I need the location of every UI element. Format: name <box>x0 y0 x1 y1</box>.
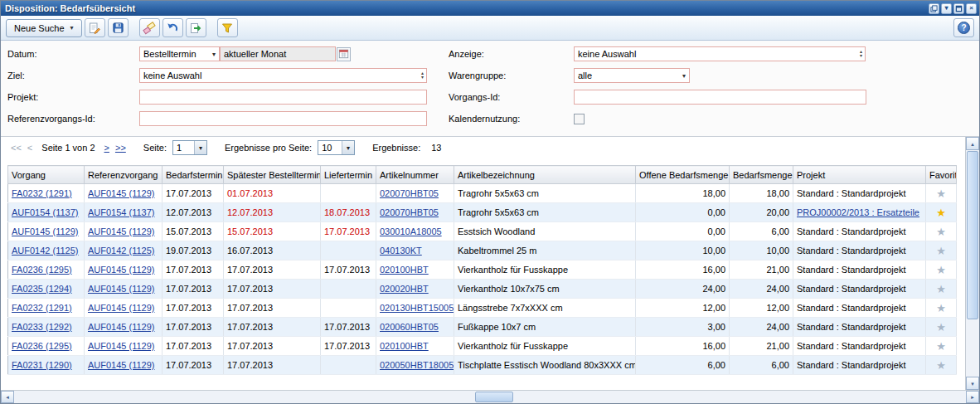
column-header-spaetester-bestelltermin[interactable]: Spätester Bestelltermin <box>224 166 321 184</box>
vertical-scrollbar[interactable]: ▴ ▾ <box>965 137 979 390</box>
undo-button[interactable] <box>163 18 183 37</box>
horizontal-scroll-thumb[interactable] <box>475 392 513 402</box>
column-header-favorit[interactable]: Favorit <box>926 166 957 184</box>
artikelnummer-link[interactable]: 020070HBT05 <box>380 188 439 198</box>
vertical-scroll-thumb[interactable] <box>967 151 978 319</box>
referenzvorgang-link[interactable]: AUF0145 (1129) <box>88 341 155 351</box>
vorgang-link[interactable]: FA0232 (1291) <box>12 188 72 198</box>
vorgangs-id-input[interactable] <box>574 90 866 105</box>
artikelnummer-link[interactable]: 020050HBT18005 <box>380 360 454 370</box>
datum-value-input[interactable] <box>220 46 336 61</box>
referenzvorgang-link[interactable]: AUF0145 (1129) <box>88 265 155 275</box>
favorit-star-icon[interactable]: ★ <box>936 302 946 314</box>
artikelbezeichnung-cell: Tragrohr 5x5x63 cm <box>454 184 636 203</box>
datum-type-select[interactable]: Bestelltermin ▾ <box>139 46 220 61</box>
per-page-select[interactable]: 10 ▾ <box>318 140 355 155</box>
column-header-artikelnummer[interactable]: Artikelnummer <box>376 166 454 184</box>
export-button[interactable] <box>186 18 206 37</box>
vorgang-link[interactable]: AUF0142 (1125) <box>12 246 79 256</box>
favorit-star-icon[interactable]: ★ <box>936 264 946 276</box>
scroll-up-button[interactable]: ▴ <box>966 137 979 150</box>
liefertermin-cell: 17.07.2013 <box>321 337 376 356</box>
vorgang-link[interactable]: FA0233 (1292) <box>12 322 72 332</box>
calendar-button[interactable] <box>337 47 351 61</box>
favorit-star-icon[interactable]: ★ <box>936 321 946 333</box>
referenzvorgang-link[interactable]: AUF0145 (1129) <box>88 284 155 294</box>
favorit-star-icon[interactable]: ★ <box>936 207 946 219</box>
referenzvorgang-link[interactable]: AUF0154 (1137) <box>88 207 155 217</box>
favorit-star-icon[interactable]: ★ <box>936 359 946 372</box>
vorgang-link[interactable]: FA0232 (1291) <box>12 303 72 313</box>
new-search-button[interactable]: Neue Suche ▾ <box>6 19 82 37</box>
first-page-button[interactable]: << <box>11 143 22 153</box>
column-header-offene-bedarfsmenge[interactable]: Offene Bedarfsmenge <box>636 166 730 184</box>
column-header-bedarfstermin[interactable]: Bedarfstermin <box>163 166 224 184</box>
artikelnummer-link[interactable]: 020060HBT05 <box>380 322 439 332</box>
results-area: << < Seite 1 von 2 > >> Seite: 1 ▾ Ergeb… <box>1 137 965 390</box>
offene-bedarfsmenge-cell: 16,00 <box>636 260 730 280</box>
artikelnummer-link[interactable]: 020130HBT15005 <box>380 303 454 313</box>
liefertermin-cell: 17.07.2013 <box>321 318 376 337</box>
kalendernutzung-checkbox[interactable] <box>574 114 585 124</box>
favorit-star-icon[interactable]: ★ <box>936 340 946 353</box>
referenzvorgang-link[interactable]: AUF0145 (1129) <box>88 226 155 236</box>
maximize-button[interactable] <box>953 3 964 14</box>
next-page-button[interactable]: > <box>104 143 109 153</box>
prev-page-button[interactable]: < <box>27 143 32 153</box>
favorit-star-icon[interactable]: ★ <box>936 283 946 295</box>
vorgang-link[interactable]: FA0231 (1290) <box>12 360 72 370</box>
anzeige-select[interactable]: keine Auswahl ▴▾ <box>574 46 866 61</box>
vorgang-link[interactable]: FA0235 (1294) <box>12 284 72 294</box>
horizontal-scrollbar[interactable]: ◂ ▸ <box>1 390 979 403</box>
save-button[interactable] <box>108 18 129 37</box>
artikelnummer-link[interactable]: 030010A18005 <box>380 226 442 236</box>
referenzvorgang-link[interactable]: AUF0145 (1129) <box>88 322 155 332</box>
close-button[interactable]: × <box>966 3 977 14</box>
projekt-input[interactable] <box>139 90 427 105</box>
vorgang-link[interactable]: FA0236 (1295) <box>12 341 72 351</box>
column-header-vorgang[interactable]: Vorgang <box>8 166 85 184</box>
vertical-scroll-track[interactable] <box>966 150 979 377</box>
scroll-down-button[interactable]: ▾ <box>966 377 979 390</box>
vorgang-link[interactable]: FA0236 (1295) <box>12 265 72 275</box>
scroll-right-button[interactable]: ▸ <box>966 391 979 403</box>
column-header-artikelbezeichnung[interactable]: Artikelbezeichnung <box>454 166 636 184</box>
bedarfstermin-cell: 17.07.2013 <box>163 280 224 299</box>
page-select[interactable]: 1 ▾ <box>172 140 207 155</box>
scroll-left-button[interactable]: ◂ <box>1 391 14 403</box>
column-header-liefertermin[interactable]: Liefertermin <box>321 166 376 184</box>
help-button[interactable]: ? <box>953 18 974 37</box>
vorgang-link[interactable]: AUF0154 (1137) <box>12 207 79 217</box>
favorit-star-icon[interactable]: ★ <box>936 187 946 200</box>
ziel-select[interactable]: keine Auswahl ▴▾ <box>139 68 427 83</box>
referenzvorgang-link[interactable]: AUF0145 (1129) <box>88 188 155 198</box>
favorit-star-icon[interactable]: ★ <box>936 226 946 238</box>
referenzvorgang-link[interactable]: AUF0145 (1129) <box>88 360 155 370</box>
projekt-cell: Standard : Standardprojekt <box>793 299 926 318</box>
referenzvorgang-link[interactable]: AUF0142 (1125) <box>88 246 155 256</box>
horizontal-scroll-track[interactable] <box>14 391 966 403</box>
referenzvorgangs-id-input[interactable] <box>139 111 427 126</box>
clear-button[interactable] <box>139 18 160 37</box>
filter-button[interactable] <box>217 18 238 37</box>
column-header-bedarfsmenge[interactable]: Bedarfsmenge <box>730 166 793 184</box>
artikelnummer-link[interactable]: 020100HBT <box>380 265 429 275</box>
artikelnummer-link[interactable]: 040130KT <box>380 246 422 256</box>
chevron-down-icon: ▾ <box>70 24 74 32</box>
window-title: Disposition: Bedarfsübersicht <box>5 3 927 13</box>
column-header-referenzvorgang[interactable]: Referenzvorgang <box>85 166 163 184</box>
last-page-button[interactable]: >> <box>115 143 126 153</box>
referenzvorgang-link[interactable]: AUF0145 (1129) <box>88 303 155 313</box>
bedarfstermin-cell: 17.07.2013 <box>163 356 224 375</box>
minimize-button[interactable]: ▾ <box>941 3 952 14</box>
artikelnummer-link[interactable]: 020100HBT <box>380 341 429 351</box>
artikelnummer-link[interactable]: 020070HBT05 <box>380 207 439 217</box>
warengruppe-select[interactable]: alle ▾ <box>574 68 690 83</box>
popout-window-button[interactable] <box>929 3 939 14</box>
favorit-star-icon[interactable]: ★ <box>936 245 946 257</box>
vorgang-link[interactable]: AUF0145 (1129) <box>12 226 79 236</box>
column-header-projekt[interactable]: Projekt <box>793 166 926 184</box>
projekt-cell[interactable]: PROJ00002/2013 : Ersatzteile <box>793 203 926 222</box>
artikelnummer-link[interactable]: 020020HBT <box>380 284 429 294</box>
edit-button[interactable] <box>85 18 105 37</box>
